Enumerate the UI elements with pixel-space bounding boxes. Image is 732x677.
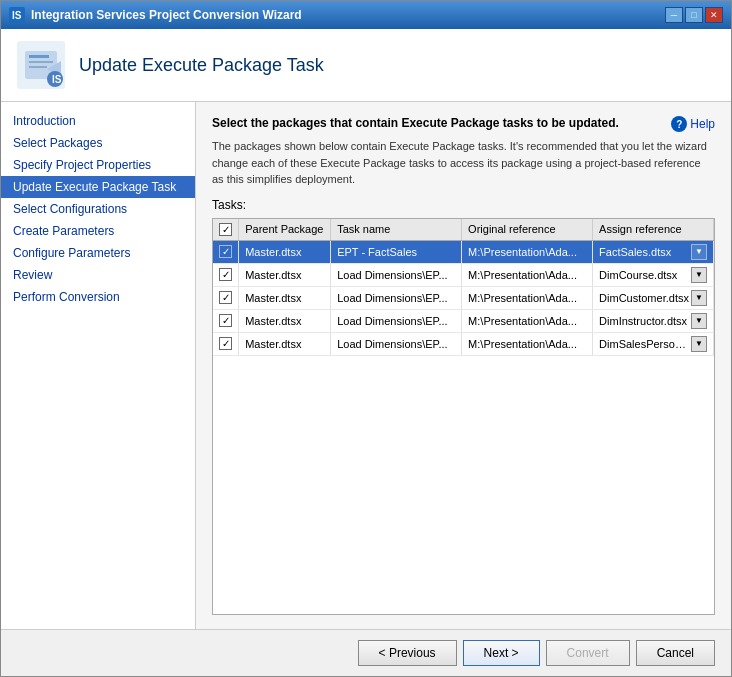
table-row[interactable]: Master.dtsxLoad Dimensions\EP...M:\Prese… xyxy=(213,309,714,332)
parent-package-cell: Master.dtsx xyxy=(239,286,331,309)
assign-reference-dropdown[interactable]: ▼ xyxy=(691,267,707,283)
assign-reference-cell[interactable]: DimCustomer.dtsx▼ xyxy=(593,286,714,309)
table-header-row: Parent Package Task name Original refere… xyxy=(213,219,714,241)
assign-reference-header: Assign reference xyxy=(593,219,714,241)
main-desc: The packages shown below contain Execute… xyxy=(212,138,715,188)
checkbox-header-cell[interactable] xyxy=(213,219,239,241)
svg-rect-5 xyxy=(29,61,53,63)
title-bar-left: IS Integration Services Project Conversi… xyxy=(9,7,302,23)
minimize-button[interactable]: ─ xyxy=(665,7,683,23)
assign-reference-cell[interactable]: FactSales.dtsx▼ xyxy=(593,240,714,263)
svg-text:IS: IS xyxy=(52,74,62,85)
tasks-table: Parent Package Task name Original refere… xyxy=(213,219,714,356)
row-checkbox[interactable] xyxy=(219,337,232,350)
task-name-header: Task name xyxy=(331,219,462,241)
footer: < Previous Next > Convert Cancel xyxy=(1,629,731,676)
task-name-cell: Load Dimensions\EP... xyxy=(331,332,462,355)
sidebar-item-review[interactable]: Review xyxy=(1,264,195,286)
select-all-checkbox[interactable] xyxy=(219,223,232,236)
sidebar-item-update-execute-package-task[interactable]: Update Execute Package Task xyxy=(1,176,195,198)
title-bar-controls: ─ □ ✕ xyxy=(665,7,723,23)
assign-reference-cell[interactable]: DimCourse.dtsx▼ xyxy=(593,263,714,286)
sidebar-item-specify-project-properties[interactable]: Specify Project Properties xyxy=(1,154,195,176)
sidebar-item-create-parameters[interactable]: Create Parameters xyxy=(1,220,195,242)
original-reference-cell: M:\Presentation\Ada... xyxy=(462,309,593,332)
parent-package-cell: Master.dtsx xyxy=(239,309,331,332)
task-name-cell: EPT - FactSales xyxy=(331,240,462,263)
svg-rect-6 xyxy=(29,66,47,68)
help-link[interactable]: ? Help xyxy=(671,116,715,132)
cancel-button[interactable]: Cancel xyxy=(636,640,715,666)
main-content: Select the packages that contain Execute… xyxy=(196,102,731,629)
assign-reference-dropdown[interactable]: ▼ xyxy=(691,336,707,352)
sidebar-item-configure-parameters[interactable]: Configure Parameters xyxy=(1,242,195,264)
row-checkbox-cell[interactable] xyxy=(213,332,239,355)
assign-reference-cell[interactable]: DimInstructor.dtsx▼ xyxy=(593,309,714,332)
parent-package-cell: Master.dtsx xyxy=(239,263,331,286)
original-reference-cell: M:\Presentation\Ada... xyxy=(462,332,593,355)
maximize-button[interactable]: □ xyxy=(685,7,703,23)
table-body: Master.dtsxEPT - FactSalesM:\Presentatio… xyxy=(213,240,714,355)
task-name-cell: Load Dimensions\EP... xyxy=(331,286,462,309)
main-window: IS Integration Services Project Conversi… xyxy=(0,0,732,677)
row-checkbox[interactable] xyxy=(219,245,232,258)
sidebar-item-select-configurations[interactable]: Select Configurations xyxy=(1,198,195,220)
svg-rect-4 xyxy=(29,55,49,58)
assign-reference-value: DimCourse.dtsx xyxy=(599,269,689,281)
original-reference-cell: M:\Presentation\Ada... xyxy=(462,240,593,263)
close-button[interactable]: ✕ xyxy=(705,7,723,23)
main-title: Select the packages that contain Execute… xyxy=(212,116,619,130)
content-area: Introduction Select Packages Specify Pro… xyxy=(1,102,731,629)
assign-reference-value: DimSalesPerson.... xyxy=(599,338,689,350)
next-button[interactable]: Next > xyxy=(463,640,540,666)
row-checkbox[interactable] xyxy=(219,314,232,327)
assign-reference-cell[interactable]: DimSalesPerson....▼ xyxy=(593,332,714,355)
sidebar-item-introduction[interactable]: Introduction xyxy=(1,110,195,132)
task-name-cell: Load Dimensions\EP... xyxy=(331,309,462,332)
task-name-cell: Load Dimensions\EP... xyxy=(331,263,462,286)
header-area: IS Update Execute Package Task xyxy=(1,29,731,102)
convert-button: Convert xyxy=(546,640,630,666)
help-icon: ? xyxy=(671,116,687,132)
row-checkbox-cell[interactable] xyxy=(213,263,239,286)
window-title: Integration Services Project Conversion … xyxy=(31,8,302,22)
original-reference-header: Original reference xyxy=(462,219,593,241)
svg-text:IS: IS xyxy=(12,10,22,21)
assign-reference-value: DimInstructor.dtsx xyxy=(599,315,689,327)
title-bar: IS Integration Services Project Conversi… xyxy=(1,1,731,29)
original-reference-cell: M:\Presentation\Ada... xyxy=(462,286,593,309)
assign-reference-value: DimCustomer.dtsx xyxy=(599,292,689,304)
table-row[interactable]: Master.dtsxLoad Dimensions\EP...M:\Prese… xyxy=(213,332,714,355)
previous-button[interactable]: < Previous xyxy=(358,640,457,666)
table-row[interactable]: Master.dtsxLoad Dimensions\EP...M:\Prese… xyxy=(213,263,714,286)
row-checkbox-cell[interactable] xyxy=(213,240,239,263)
parent-package-cell: Master.dtsx xyxy=(239,332,331,355)
assign-reference-dropdown[interactable]: ▼ xyxy=(691,313,707,329)
assign-reference-dropdown[interactable]: ▼ xyxy=(691,290,707,306)
tasks-label: Tasks: xyxy=(212,198,715,212)
assign-reference-dropdown[interactable]: ▼ xyxy=(691,244,707,260)
header-title: Update Execute Package Task xyxy=(79,55,324,76)
row-checkbox[interactable] xyxy=(219,268,232,281)
main-header: Select the packages that contain Execute… xyxy=(212,116,715,132)
row-checkbox-cell[interactable] xyxy=(213,286,239,309)
table-wrapper: Parent Package Task name Original refere… xyxy=(212,218,715,616)
parent-package-cell: Master.dtsx xyxy=(239,240,331,263)
table-row[interactable]: Master.dtsxEPT - FactSalesM:\Presentatio… xyxy=(213,240,714,263)
parent-package-header: Parent Package xyxy=(239,219,331,241)
help-label: Help xyxy=(690,117,715,131)
sidebar-item-perform-conversion[interactable]: Perform Conversion xyxy=(1,286,195,308)
row-checkbox-cell[interactable] xyxy=(213,309,239,332)
wizard-icon: IS xyxy=(17,41,65,89)
sidebar-item-select-packages[interactable]: Select Packages xyxy=(1,132,195,154)
sidebar: Introduction Select Packages Specify Pro… xyxy=(1,102,196,629)
row-checkbox[interactable] xyxy=(219,291,232,304)
table-row[interactable]: Master.dtsxLoad Dimensions\EP...M:\Prese… xyxy=(213,286,714,309)
assign-reference-value: FactSales.dtsx xyxy=(599,246,689,258)
window-icon: IS xyxy=(9,7,25,23)
original-reference-cell: M:\Presentation\Ada... xyxy=(462,263,593,286)
